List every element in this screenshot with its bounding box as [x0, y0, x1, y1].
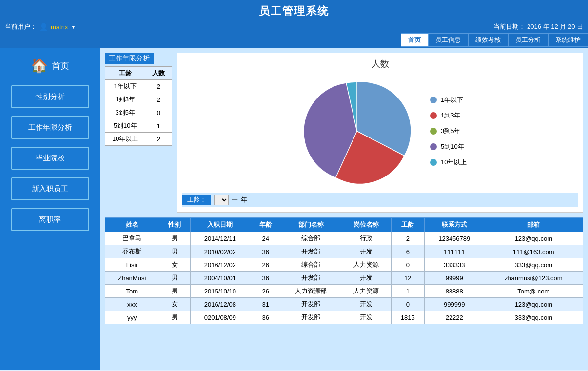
user-icon: 👤 — [39, 23, 48, 31]
col-name: 姓名 — [105, 218, 159, 232]
table-cell: zhanmusi@123.com — [484, 272, 583, 285]
table-cell: xxx — [105, 298, 159, 311]
table-cell: 男 — [159, 232, 190, 245]
table-row: 5到10年 1 — [105, 119, 172, 133]
table-cell: 26 — [250, 285, 281, 298]
table-cell: 2015/10/10 — [190, 285, 250, 298]
table-cell: Tom@.com — [484, 285, 583, 298]
legend-item-3: 3到5年 — [430, 127, 467, 136]
nav-item-employee-analysis[interactable]: 员工分析 — [508, 33, 548, 47]
table-cell: 综合部 — [281, 258, 341, 272]
table-cell: 111111 — [425, 245, 484, 258]
nav-item-system-maintenance[interactable]: 系统维护 — [548, 33, 588, 47]
sidebar-btn-school[interactable]: 毕业院校 — [11, 147, 89, 170]
range-5: 10年以上 — [105, 133, 145, 146]
employee-table: 姓名 性别 入职日期 年龄 部门名称 岗位名称 工龄 联系方式 邮箱 巴拿马男2… — [105, 217, 583, 324]
table-cell: 行政 — [341, 232, 391, 245]
table-cell: 2014/12/11 — [190, 232, 250, 245]
sidebar-btn-turnover[interactable]: 离职率 — [11, 208, 89, 231]
filter-select[interactable] — [214, 195, 229, 205]
filter-label: 工龄： — [182, 195, 211, 205]
table-cell: ZhanMusi — [105, 272, 159, 285]
table-cell: 0 — [391, 258, 425, 272]
table-cell: 男 — [159, 272, 190, 285]
legend-label-3: 3到5年 — [441, 127, 460, 136]
table-cell: 乔布斯 — [105, 245, 159, 258]
table-cell: 0 — [391, 298, 425, 311]
table-cell: 123456789 — [425, 232, 484, 245]
table-cell: 0201/08/09 — [190, 311, 250, 324]
table-row: Tom男2015/10/1026人力资源部人力资源188888Tom@.com — [105, 285, 583, 298]
table-cell: 12 — [391, 272, 425, 285]
legend-dot-4 — [430, 143, 437, 150]
nav-item-employee-info[interactable]: 员工信息 — [428, 33, 468, 47]
table-cell: 36 — [250, 245, 281, 258]
table-cell: 女 — [159, 298, 190, 311]
col-work-years: 工龄 — [391, 218, 425, 232]
table-row: 1年以下 2 — [105, 80, 172, 93]
table-cell: 1 — [391, 285, 425, 298]
table-cell: 99999 — [425, 272, 484, 285]
col-contact: 联系方式 — [425, 218, 484, 232]
table-cell: 31 — [250, 298, 281, 311]
table-cell: 开发部 — [281, 298, 341, 311]
legend-label-5: 10年以上 — [441, 158, 467, 167]
content-area: 工作年限分析 工龄 人数 1年以下 2 1到3 — [100, 48, 588, 370]
table-cell: 22222 — [425, 311, 484, 324]
col-dept: 部门名称 — [281, 218, 341, 232]
work-years-title: 工作年限分析 — [105, 53, 154, 64]
table-cell: 人力资源部 — [281, 285, 341, 298]
table-cell: 999999 — [425, 298, 484, 311]
legend-item-2: 1到3年 — [430, 111, 467, 120]
pie-container: 1年以下 1到3年 3到5年 5到10年 — [182, 73, 578, 190]
table-cell: 开发 — [341, 298, 391, 311]
table-cell: 开发部 — [281, 311, 341, 324]
col-header-count: 人数 — [145, 67, 172, 80]
chart-legend: 1年以下 1到3年 3到5年 5到10年 — [430, 96, 467, 167]
chart-title: 人数 — [182, 58, 578, 70]
table-cell: 开发 — [341, 245, 391, 258]
sidebar-btn-new-employee[interactable]: 新入职员工 — [11, 177, 89, 200]
nav-item-home[interactable]: 首页 — [401, 33, 428, 47]
legend-dot-5 — [430, 159, 437, 166]
table-cell: 123@qq.com — [484, 298, 583, 311]
work-years-table-wrap: 工作年限分析 工龄 人数 1年以下 2 1到3 — [105, 53, 172, 213]
table-cell: 开发部 — [281, 272, 341, 285]
table-cell: 36 — [250, 311, 281, 324]
count-3: 0 — [145, 106, 172, 119]
col-gender: 性别 — [159, 218, 190, 232]
pie-chart — [294, 73, 420, 190]
range-4: 5到10年 — [105, 119, 145, 133]
header-bar: 当前用户： 👤 matrix ▼ 当前日期： 2016 年 12 月 20 日 — [0, 20, 588, 33]
col-hire-date: 入职日期 — [190, 218, 250, 232]
nav-item-performance[interactable]: 绩效考核 — [468, 33, 508, 47]
user-dropdown-icon[interactable]: ▼ — [71, 24, 76, 30]
table-cell: 开发部 — [281, 245, 341, 258]
table-cell: 2010/02/02 — [190, 245, 250, 258]
sidebar-btn-work-years[interactable]: 工作年限分析 — [11, 116, 89, 139]
table-cell: 2 — [391, 232, 425, 245]
home-icon: 🏠 — [31, 58, 48, 74]
current-date: 当前日期： 2016 年 12 月 20 日 — [493, 22, 583, 31]
table-row: 乔布斯男2010/02/0236开发部开发6111111111@163.com — [105, 245, 583, 258]
table-cell: 1815 — [391, 311, 425, 324]
table-row: xxx女2016/12/0831开发部开发0999999123@qq.com — [105, 298, 583, 311]
legend-label-1: 1年以下 — [441, 96, 463, 104]
table-cell: 24 — [250, 232, 281, 245]
col-age: 年龄 — [250, 218, 281, 232]
chart-wrap: 人数 — [177, 53, 583, 213]
table-row: ZhanMusi男2004/10/0136开发部开发1299999zhanmus… — [105, 272, 583, 285]
table-row: 3到5年 0 — [105, 106, 172, 119]
sidebar-btn-gender[interactable]: 性别分析 — [11, 85, 89, 108]
legend-item-1: 1年以下 — [430, 96, 467, 104]
app-header: 员工管理系统 — [0, 0, 588, 20]
filter-bar: 工龄： 一 年 — [182, 193, 578, 207]
main-layout: 🏠 首页 性别分析 工作年限分析 毕业院校 新入职员工 离职率 工作年限分析 工… — [0, 48, 588, 370]
count-1: 2 — [145, 80, 172, 93]
legend-label-4: 5到10年 — [441, 142, 464, 151]
table-cell: 2016/12/02 — [190, 258, 250, 272]
current-user-info: 当前用户： 👤 matrix ▼ — [5, 22, 76, 31]
col-email: 邮箱 — [484, 218, 583, 232]
filter-unit: 年 — [241, 195, 247, 204]
table-cell: 人力资源 — [341, 258, 391, 272]
